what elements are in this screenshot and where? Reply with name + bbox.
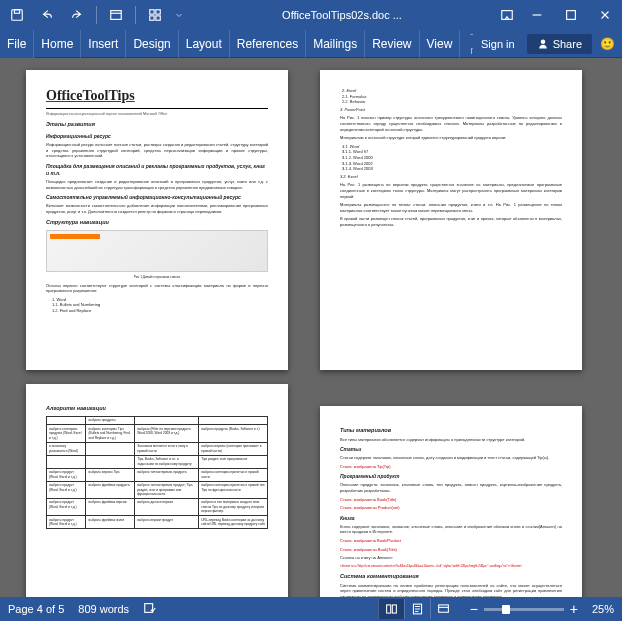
tab-home[interactable]: Home bbox=[34, 30, 81, 58]
signin-button[interactable]: Sign in bbox=[473, 38, 523, 50]
qat-menu-1-icon[interactable] bbox=[103, 2, 129, 28]
tab-references[interactable]: References bbox=[230, 30, 306, 58]
tab-file[interactable]: File bbox=[0, 30, 34, 58]
document-canvas[interactable]: OfficeToolTips Информационно-консультаци… bbox=[0, 58, 622, 597]
status-spellcheck-icon[interactable] bbox=[143, 601, 157, 617]
page-1: OfficeToolTips Информационно-консультаци… bbox=[26, 70, 288, 370]
document-title: OfficeToolTips02s.doc ... bbox=[190, 9, 494, 21]
page-3: Алгоритм навигации выбрать продуктывыбра… bbox=[26, 384, 288, 597]
feedback-icon[interactable]: 🙂 bbox=[596, 37, 622, 51]
svg-rect-13 bbox=[392, 605, 396, 613]
svg-rect-15 bbox=[438, 605, 448, 612]
ribbon-display-icon[interactable] bbox=[494, 2, 520, 28]
tab-mailings[interactable]: Mailings bbox=[306, 30, 365, 58]
redo-icon[interactable] bbox=[64, 2, 90, 28]
view-print-icon[interactable] bbox=[404, 599, 430, 619]
svg-rect-6 bbox=[156, 16, 160, 20]
tab-review[interactable]: Review bbox=[365, 30, 419, 58]
svg-rect-0 bbox=[12, 10, 23, 21]
tab-layout[interactable]: Layout bbox=[179, 30, 230, 58]
svg-rect-12 bbox=[386, 605, 390, 613]
zoom-level[interactable]: 25% bbox=[584, 603, 614, 615]
svg-rect-5 bbox=[150, 16, 154, 20]
minimize-button[interactable] bbox=[520, 0, 554, 30]
svg-rect-1 bbox=[14, 10, 19, 14]
tell-me-search[interactable]: Tell me... bbox=[460, 32, 473, 56]
save-icon[interactable] bbox=[4, 2, 30, 28]
view-web-icon[interactable] bbox=[430, 599, 456, 619]
close-button[interactable] bbox=[588, 0, 622, 30]
undo-icon[interactable] bbox=[34, 2, 60, 28]
svg-rect-2 bbox=[111, 11, 122, 20]
qat-customize-icon[interactable] bbox=[172, 2, 186, 28]
qat-menu-2-icon[interactable] bbox=[142, 2, 168, 28]
status-page[interactable]: Page 4 of 5 bbox=[8, 603, 64, 615]
tab-insert[interactable]: Insert bbox=[81, 30, 126, 58]
page-2: 2. Excel 2.1. Formulas 2.2. Behavior 3. … bbox=[320, 70, 582, 370]
page-4: Типы материаловВсе типы материалов объяв… bbox=[320, 406, 582, 597]
zoom-out-button[interactable]: − bbox=[470, 601, 478, 617]
svg-rect-8 bbox=[567, 11, 576, 20]
tab-view[interactable]: View bbox=[420, 30, 461, 58]
zoom-slider[interactable] bbox=[484, 608, 564, 611]
share-button[interactable]: Share bbox=[527, 34, 592, 54]
maximize-button[interactable] bbox=[554, 0, 588, 30]
view-read-icon[interactable] bbox=[378, 599, 404, 619]
status-words[interactable]: 809 words bbox=[78, 603, 129, 615]
zoom-in-button[interactable]: + bbox=[570, 601, 578, 617]
svg-rect-3 bbox=[150, 10, 154, 14]
tab-design[interactable]: Design bbox=[126, 30, 178, 58]
svg-rect-7 bbox=[502, 11, 513, 20]
svg-rect-4 bbox=[156, 10, 160, 14]
svg-point-10 bbox=[540, 39, 545, 44]
